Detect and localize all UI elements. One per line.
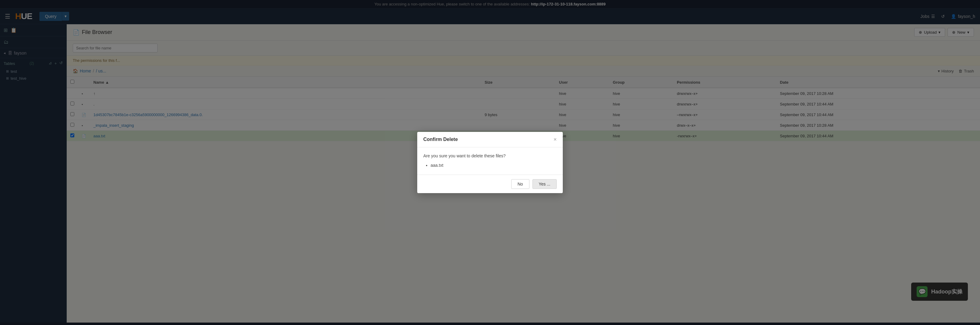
modal-header: Confirm Delete × — [417, 132, 563, 147]
yes-button[interactable]: Yes ... — [533, 179, 557, 189]
no-button[interactable]: No — [511, 179, 530, 189]
modal-footer: No Yes ... — [417, 175, 563, 193]
modal-body: Are you sure you want to delete these fi… — [417, 147, 563, 175]
modal-files-list: aaa.txt — [423, 162, 557, 169]
modal-file-item: aaa.txt — [431, 162, 557, 169]
modal-title: Confirm Delete — [423, 137, 458, 142]
modal-close-button[interactable]: × — [554, 137, 557, 142]
modal-question: Are you sure you want to delete these fi… — [423, 153, 557, 158]
confirm-delete-modal: Confirm Delete × Are you sure you want t… — [417, 132, 563, 193]
modal-overlay[interactable]: Confirm Delete × Are you sure you want t… — [0, 0, 980, 323]
